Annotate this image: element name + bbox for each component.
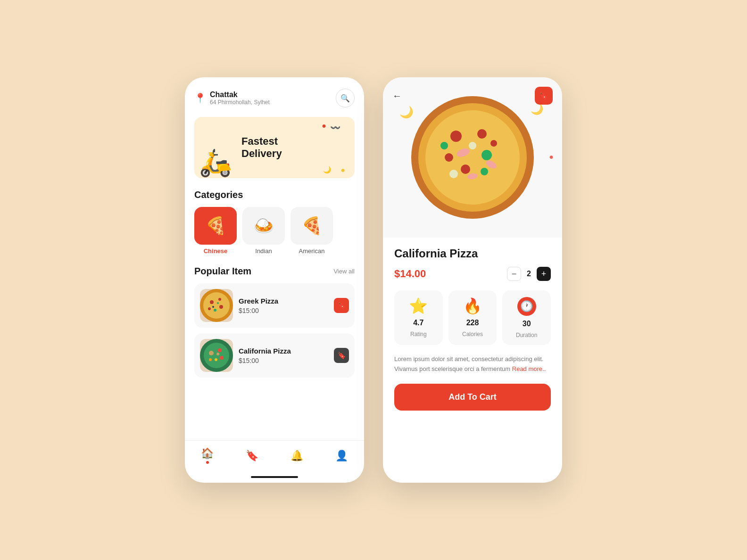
search-button[interactable]: 🔍: [336, 89, 355, 107]
star-icon: ⭐: [409, 297, 428, 315]
calories-label: Calories: [462, 331, 483, 338]
svg-point-24: [461, 165, 470, 174]
decor-dot2: ●: [340, 166, 345, 174]
item-price: $14.00: [394, 268, 426, 280]
svg-point-27: [469, 142, 476, 149]
svg-point-15: [215, 358, 217, 361]
item-name: California Pizza: [394, 247, 551, 260]
svg-point-20: [450, 131, 462, 142]
active-dot: [206, 461, 209, 464]
svg-point-7: [217, 302, 219, 304]
location-pin-icon: 📍: [194, 92, 206, 104]
rating-label: Rating: [410, 331, 427, 338]
american-label: American: [299, 247, 325, 255]
popular-title: Popular Item: [194, 266, 251, 277]
svg-point-16: [216, 353, 219, 355]
indian-label: Indian: [255, 247, 272, 255]
nav-bookmark[interactable]: 🔖: [246, 450, 258, 462]
bell-icon: 🔔: [290, 450, 303, 462]
profile-icon: 👤: [335, 450, 348, 462]
banner-text: Fastest Delivery: [241, 135, 282, 160]
right-phone: ← 🔖 🌙 🌙 ●: [383, 77, 562, 483]
popular-header: Popular Item View all: [194, 266, 355, 277]
chinese-label: Chinese: [204, 247, 228, 255]
american-food-icon: 🍕: [301, 216, 323, 236]
svg-point-3: [218, 298, 221, 301]
left-phone: 📍 Chattak 64 Phirmohollah, Sylhet 🔍 🛵 Fa…: [185, 77, 364, 483]
svg-point-19: [425, 110, 520, 205]
decor-leaf: 🌙: [323, 166, 331, 173]
rating-card: ⭐ 4.7 Rating: [394, 290, 443, 345]
home-icon: 🏠: [201, 447, 214, 460]
decrease-qty-button[interactable]: −: [507, 267, 521, 281]
view-all-button[interactable]: View all: [333, 268, 355, 275]
category-american[interactable]: 🍕 American: [290, 207, 333, 255]
svg-point-25: [481, 168, 488, 175]
food-item-greek-pizza: Greek Pizza $15:00 🔖: [194, 283, 355, 328]
california-pizza-price: $15:00: [239, 357, 328, 364]
back-button[interactable]: ←: [392, 91, 402, 101]
california-pizza-thumb: [200, 339, 233, 372]
svg-point-22: [445, 153, 453, 162]
pizza-hero: ← 🔖 🌙 🌙 ●: [383, 77, 562, 238]
hero-decor-dot: ●: [549, 153, 554, 161]
svg-point-2: [210, 300, 214, 304]
flame-icon: 🔥: [463, 297, 482, 315]
banner-line2: Delivery: [241, 148, 282, 159]
rating-value: 4.7: [413, 319, 423, 327]
american-icon-box: 🍕: [290, 207, 333, 245]
chinese-food-icon: 🍕: [205, 216, 226, 236]
detail-content: California Pizza $14.00 − 2 + ⭐ 4.7 Rati…: [383, 238, 562, 483]
category-chinese[interactable]: 🍕 Chinese: [194, 207, 237, 255]
california-pizza-info: California Pizza $15:00: [239, 347, 328, 364]
clock-icon: 🕐: [517, 297, 536, 316]
svg-point-26: [449, 170, 458, 178]
address: 64 Phirmohollah, Sylhet: [210, 99, 270, 106]
svg-point-5: [219, 305, 223, 309]
greek-pizza-bookmark[interactable]: 🔖: [334, 298, 349, 313]
read-more-link[interactable]: Read more..: [512, 365, 546, 372]
svg-point-6: [214, 309, 216, 312]
svg-point-21: [477, 129, 487, 139]
categories-list: 🍕 Chinese 🍛 Indian 🍕 American: [194, 207, 355, 255]
svg-point-12: [218, 348, 222, 352]
svg-point-29: [440, 142, 448, 149]
svg-point-4: [208, 307, 211, 310]
detail-nav: ← 🔖: [392, 87, 553, 105]
stats-row: ⭐ 4.7 Rating 🔥 228 Calories 🕐 30 Duratio…: [394, 290, 551, 345]
california-pizza-bookmark[interactable]: 🔖: [334, 348, 349, 363]
category-indian[interactable]: 🍛 Indian: [242, 207, 285, 255]
calories-card: 🔥 228 Calories: [448, 290, 497, 345]
nav-notifications[interactable]: 🔔: [290, 450, 303, 462]
pizza-image: [411, 96, 534, 219]
california-pizza-image: [200, 339, 233, 372]
increase-qty-button[interactable]: +: [537, 267, 551, 281]
header: 📍 Chattak 64 Phirmohollah, Sylhet 🔍: [194, 89, 355, 107]
decor-squiggle: 〰️: [330, 123, 340, 133]
categories-title: Categories: [194, 189, 355, 200]
svg-point-11: [209, 351, 214, 355]
greek-pizza-info: Greek Pizza $15:00: [239, 297, 328, 314]
decor-dot: ●: [322, 122, 326, 130]
app-container: 📍 Chattak 64 Phirmohollah, Sylhet 🔍 🛵 Fa…: [166, 58, 581, 502]
price-row: $14.00 − 2 +: [394, 267, 551, 281]
item-description: Lorem ipsum dolor sit amet, consectetur …: [394, 354, 551, 374]
svg-point-1: [203, 292, 230, 319]
duration-card: 🕐 30 Duration: [502, 290, 551, 345]
nav-profile[interactable]: 👤: [335, 450, 348, 462]
promo-banner: 🛵 Fastest Delivery 〰️ 🌙 ● ●: [194, 117, 355, 178]
svg-point-10: [204, 343, 229, 368]
greek-pizza-image: [200, 289, 233, 322]
greek-pizza-price: $15:00: [239, 307, 328, 314]
quantity-value: 2: [527, 270, 531, 278]
detail-bookmark-button[interactable]: 🔖: [535, 87, 553, 105]
svg-point-13: [209, 358, 212, 361]
svg-point-28: [490, 140, 497, 147]
search-icon: 🔍: [340, 94, 350, 103]
duration-value: 30: [523, 320, 531, 328]
food-item-california-pizza: California Pizza $15:00 🔖: [194, 333, 355, 378]
add-to-cart-button[interactable]: Add To Cart: [394, 384, 551, 411]
greek-pizza-thumb: [200, 289, 233, 322]
nav-home[interactable]: 🏠: [201, 447, 214, 464]
quantity-control: − 2 +: [507, 267, 551, 281]
